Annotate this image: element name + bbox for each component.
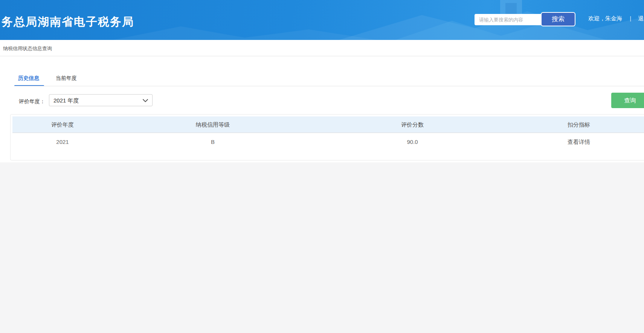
table-header-row: 评价年度 纳税信用等级 评价分数 扣分指标 <box>12 116 644 133</box>
view-details-link[interactable]: 查看详情 <box>568 139 590 145</box>
user-area: 欢迎，朱金海 | 退出 <box>588 15 644 23</box>
logout-link[interactable]: 退出 <box>638 15 644 22</box>
breadcrumb: 纳税信用状态信息查询 <box>3 45 52 52</box>
search-input[interactable] <box>475 14 542 25</box>
main-panel: 历史信息 当前年度 评价年度： 2021 年度 查询 评价年度 纳税信用等级 评… <box>0 57 644 162</box>
chevron-down-icon <box>143 99 148 102</box>
column-header-year: 评价年度 <box>12 116 113 133</box>
cell-deduction: 查看详情 <box>512 133 644 151</box>
selected-year-value: 2021 年度 <box>53 97 79 104</box>
column-header-score: 评价分数 <box>313 116 512 133</box>
tab-bottom-border <box>14 86 644 86</box>
query-button[interactable]: 查询 <box>611 93 644 108</box>
cell-year: 2021 <box>12 133 113 151</box>
breadcrumb-bar: 纳税信用状态信息查询 <box>0 40 644 56</box>
evaluation-year-label: 评价年度： <box>19 98 45 105</box>
cell-credit-level: B <box>113 133 313 151</box>
table-row: 2021 B 90.0 查看详情 <box>12 133 644 151</box>
app-header: 务总局湖南省电子税务局 搜索 欢迎，朱金海 | 退出 <box>0 0 644 40</box>
site-title: 务总局湖南省电子税务局 <box>2 14 134 30</box>
cell-score: 90.0 <box>313 133 512 151</box>
welcome-text: 欢迎，朱金海 <box>588 15 622 22</box>
evaluation-year-select[interactable]: 2021 年度 <box>49 94 153 106</box>
divider: | <box>630 15 631 21</box>
search-button[interactable]: 搜索 <box>541 12 575 26</box>
tab-current-year[interactable]: 当前年度 <box>56 75 77 82</box>
tab-history-info[interactable]: 历史信息 <box>18 75 39 82</box>
results-table-card: 评价年度 纳税信用等级 评价分数 扣分指标 2021 B 90.0 查看详情 <box>10 114 644 160</box>
column-header-credit-level: 纳税信用等级 <box>113 116 313 133</box>
column-header-deduction: 扣分指标 <box>512 116 644 133</box>
